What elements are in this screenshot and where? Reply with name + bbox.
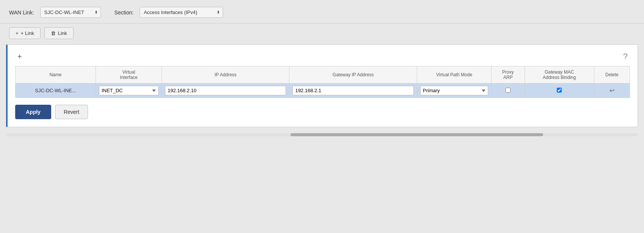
table-add-icon[interactable]: + — [15, 52, 24, 61]
row-gateway-ip[interactable] — [289, 83, 417, 98]
col-header-gateway-mac: Gateway MACAddress Binding — [525, 66, 594, 83]
horizontal-scrollbar[interactable] — [6, 133, 638, 136]
action-bar: + + Link 🗑 Link — [0, 24, 644, 44]
col-header-name: Name — [16, 66, 96, 83]
row-virtual-interface[interactable]: INET_DC — [96, 83, 162, 98]
delete-link-label: Link — [58, 30, 67, 36]
proxy-arp-checkbox[interactable] — [506, 88, 510, 93]
table-header: Name VirtualInterface IP Address Gateway… — [16, 66, 630, 83]
bottom-buttons: Apply Revert — [15, 105, 630, 119]
section-label: Section: — [115, 9, 134, 16]
virtual-path-mode-select[interactable]: PrimarySecondaryTertiary — [420, 86, 488, 95]
row-name: SJC-DC-WL-INE... — [16, 83, 96, 98]
col-header-proxy-arp: ProxyARP — [492, 66, 525, 83]
scrollbar-thumb[interactable] — [291, 133, 543, 136]
gateway-mac-checkbox[interactable] — [557, 88, 562, 93]
col-header-virtual-interface: VirtualInterface — [96, 66, 162, 83]
delete-link-button[interactable]: 🗑 Link — [44, 27, 74, 39]
gateway-ip-input[interactable] — [292, 86, 413, 95]
ip-address-input[interactable] — [165, 86, 286, 95]
add-link-label: + Link — [21, 30, 34, 36]
row-delete[interactable]: ↩ — [594, 83, 630, 98]
top-bar: WAN Link: SJC-DC-WL-INET ⬍ Section: Acce… — [0, 0, 644, 24]
col-header-delete: Delete — [594, 66, 630, 83]
row-proxy-arp[interactable] — [492, 83, 525, 98]
table-row: SJC-DC-WL-INE...INET_DCPrimarySecondaryT… — [16, 83, 630, 98]
revert-row-icon[interactable]: ↩ — [609, 87, 614, 94]
section-select[interactable]: Access Interfaces (IPv4) — [140, 7, 223, 18]
revert-button[interactable]: Revert — [55, 105, 88, 119]
row-gateway-mac[interactable] — [525, 83, 594, 98]
main-content: + ? Name VirtualInterface IP Address Gat… — [6, 44, 638, 127]
table-help-icon[interactable]: ? — [621, 51, 630, 62]
col-header-gateway-ip: Gateway IP Address — [289, 66, 417, 83]
table-header-row: + ? — [15, 51, 630, 62]
col-header-virtual-path-mode: Virtual Path Mode — [417, 66, 491, 83]
apply-button[interactable]: Apply — [15, 105, 51, 119]
wan-link-label: WAN Link: — [9, 9, 34, 16]
col-header-ip-address: IP Address — [162, 66, 289, 83]
add-link-button[interactable]: + + Link — [9, 27, 41, 39]
access-interfaces-table: Name VirtualInterface IP Address Gateway… — [15, 66, 630, 98]
virtual-interface-select[interactable]: INET_DC — [99, 86, 159, 95]
section-select-wrapper: Access Interfaces (IPv4) ⬍ — [140, 7, 223, 18]
wan-link-select[interactable]: SJC-DC-WL-INET — [40, 7, 101, 18]
wan-link-select-wrapper: SJC-DC-WL-INET ⬍ — [40, 7, 101, 18]
trash-icon: 🗑 — [51, 30, 56, 36]
plus-icon: + — [16, 30, 19, 36]
row-ip-address[interactable] — [162, 83, 289, 98]
row-virtual-path-mode[interactable]: PrimarySecondaryTertiary — [417, 83, 491, 98]
